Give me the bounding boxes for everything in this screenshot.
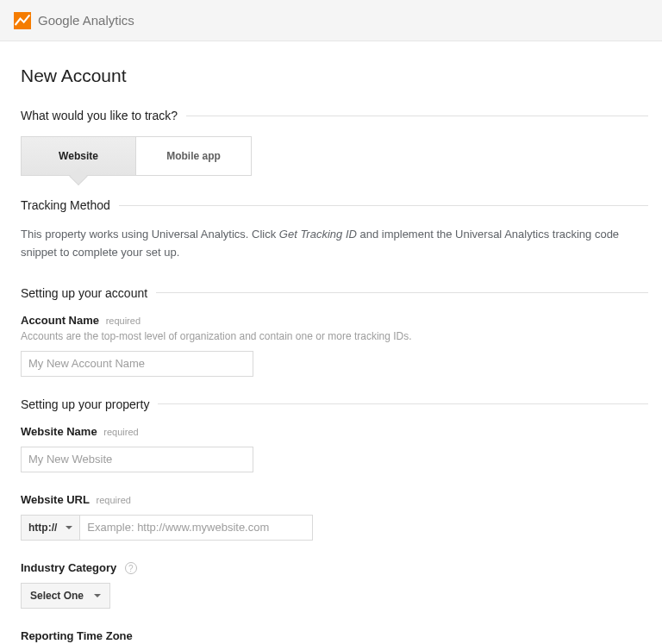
track-section-label: What would you like to track?: [21, 109, 178, 122]
website-url-input[interactable]: [80, 515, 313, 541]
divider: [119, 205, 648, 206]
method-description: This property works using Universal Anal…: [21, 226, 648, 262]
required-tag: required: [106, 316, 141, 326]
website-name-field: Website Name required: [21, 425, 648, 472]
website-name-input[interactable]: [21, 447, 253, 472]
track-type-tabs: Website Mobile app: [21, 136, 648, 176]
website-name-label: Website Name: [21, 425, 97, 438]
protocol-value: http://: [28, 522, 57, 534]
required-tag: required: [97, 495, 131, 505]
chevron-down-icon: [66, 526, 72, 529]
property-section-label: Setting up your property: [21, 397, 149, 411]
product-name: Google Analytics: [38, 13, 134, 28]
tab-mobile-app[interactable]: Mobile app: [136, 136, 252, 176]
divider: [186, 116, 648, 116]
tab-website[interactable]: Website: [21, 136, 136, 176]
timezone-label: Reporting Time Zone: [21, 629, 133, 642]
tab-mobile-label: Mobile app: [166, 150, 221, 162]
method-text-before: This property works using Universal Anal…: [21, 228, 279, 241]
protocol-dropdown[interactable]: http://: [21, 515, 80, 541]
account-name-input[interactable]: [21, 351, 253, 377]
account-name-hint: Accounts are the top-most level of organ…: [21, 330, 648, 342]
account-name-label: Account Name: [21, 314, 99, 327]
property-section-heading: Setting up your property: [21, 397, 648, 411]
website-url-label: Website URL: [21, 493, 90, 506]
divider: [158, 403, 648, 404]
divider: [156, 292, 648, 293]
tab-website-label: Website: [59, 150, 98, 162]
help-icon[interactable]: ?: [125, 562, 137, 574]
timezone-field: Reporting Time Zone United States (GMT-0…: [21, 629, 648, 644]
page-title: New Account: [21, 66, 648, 86]
method-section-heading: Tracking Method: [21, 198, 648, 212]
website-url-field: Website URL required http://: [21, 493, 648, 541]
app-header: Google Analytics: [0, 0, 662, 41]
main-content: New Account What would you like to track…: [0, 41, 662, 644]
required-tag: required: [103, 427, 138, 437]
account-name-field: Account Name required Accounts are the t…: [21, 314, 648, 377]
account-section-label: Setting up your account: [21, 286, 147, 300]
track-section-heading: What would you like to track?: [21, 109, 648, 122]
account-section-heading: Setting up your account: [21, 286, 648, 300]
method-section-label: Tracking Method: [21, 198, 110, 212]
industry-field: Industry Category ? Select One: [21, 561, 648, 610]
analytics-logo-icon: [14, 12, 31, 29]
chevron-down-icon: [94, 594, 101, 597]
industry-dropdown[interactable]: Select One: [21, 583, 110, 609]
method-text-italic: Get Tracking ID: [279, 228, 357, 241]
industry-label: Industry Category: [21, 561, 116, 574]
industry-value: Select One: [30, 590, 84, 602]
